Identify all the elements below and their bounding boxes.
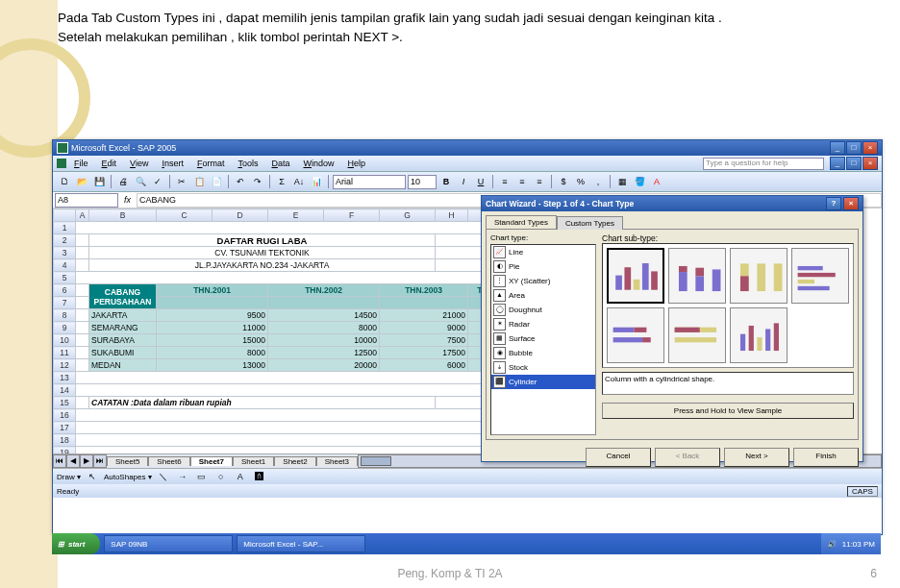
row-hdr[interactable]: 17 xyxy=(54,422,76,434)
list-item[interactable]: ✶Radar xyxy=(491,317,595,331)
finish-button[interactable]: Finish xyxy=(793,448,859,467)
sheet-tab[interactable]: Sheet5 xyxy=(107,456,148,466)
menu-window[interactable]: Window xyxy=(297,158,339,169)
tab-custom-types[interactable]: Custom Types xyxy=(557,216,623,230)
subtype-5[interactable] xyxy=(607,307,664,363)
currency-icon[interactable]: $ xyxy=(556,174,571,189)
list-item[interactable]: ◐Pie xyxy=(491,259,595,274)
font-size[interactable]: 10 xyxy=(408,175,437,189)
rect-icon[interactable]: ▭ xyxy=(194,469,210,484)
list-item[interactable]: ▲Area xyxy=(491,288,595,303)
data-cell[interactable]: 14500 xyxy=(268,309,380,322)
percent-icon[interactable]: % xyxy=(573,174,588,189)
sheet-tab[interactable]: Sheet3 xyxy=(316,456,358,466)
col-hdr[interactable]: A xyxy=(76,209,89,222)
menu-format[interactable]: Format xyxy=(191,158,231,169)
subtype-6[interactable] xyxy=(668,307,726,363)
new-icon[interactable]: 🗋 xyxy=(57,174,72,189)
wordart-icon[interactable]: 🅰 xyxy=(252,469,267,484)
data-cell[interactable]: SUKABUMI xyxy=(89,347,157,359)
sum-icon[interactable]: Σ xyxy=(274,174,289,189)
underline-icon[interactable]: U xyxy=(473,174,488,189)
border-icon[interactable]: ▦ xyxy=(614,174,630,189)
data-cell[interactable]: 21000 xyxy=(380,309,468,322)
col-hdr[interactable]: F xyxy=(324,209,380,222)
menu-help[interactable]: Help xyxy=(342,158,372,169)
textbox-icon[interactable]: A xyxy=(233,469,248,484)
doc-minimize[interactable]: _ xyxy=(830,157,845,170)
list-item[interactable]: ⋮XY (Scatter) xyxy=(491,274,595,288)
list-item[interactable]: ▦Surface xyxy=(491,331,595,346)
row-hdr[interactable]: 12 xyxy=(54,359,76,372)
data-cell[interactable]: MEDAN xyxy=(89,359,157,372)
sheet-tab-active[interactable]: Sheet7 xyxy=(190,456,233,466)
row-hdr[interactable]: 9 xyxy=(54,322,76,334)
draw-menu[interactable]: Draw ▾ xyxy=(57,473,81,481)
save-icon[interactable]: 💾 xyxy=(91,174,107,189)
taskbar-item[interactable]: SAP 09NB xyxy=(104,535,233,552)
row-hdr[interactable]: 8 xyxy=(54,309,76,322)
data-cell[interactable]: 13000 xyxy=(157,359,268,372)
row-hdr[interactable]: 19 xyxy=(54,447,76,454)
list-item[interactable]: ⫰Stock xyxy=(491,360,595,375)
cut-icon[interactable]: ✂ xyxy=(174,174,189,189)
row-hdr[interactable]: 15 xyxy=(54,397,76,409)
data-cell[interactable]: 10000 xyxy=(268,334,380,347)
col-hdr[interactable]: D xyxy=(212,209,268,222)
start-button[interactable]: ⊞ start xyxy=(52,533,100,554)
data-cell[interactable]: 9500 xyxy=(157,309,268,322)
subtype-1[interactable] xyxy=(607,248,664,304)
row-hdr[interactable]: 10 xyxy=(54,334,76,347)
comma-icon[interactable]: , xyxy=(590,174,606,189)
cancel-button[interactable]: Cancel xyxy=(586,448,651,467)
subtype-4[interactable] xyxy=(791,248,849,304)
dialog-close-button[interactable]: × xyxy=(843,197,859,210)
tray-icon[interactable]: 🔊 xyxy=(827,540,837,549)
list-item[interactable]: ◉Bubble xyxy=(491,346,595,360)
tab-nav-next[interactable]: ▶ xyxy=(80,454,93,468)
data-cell[interactable]: 8000 xyxy=(157,347,268,359)
line-icon[interactable]: ＼ xyxy=(156,469,171,484)
list-item[interactable]: 📈Line xyxy=(491,245,595,259)
row-hdr[interactable]: 18 xyxy=(54,434,76,447)
data-cell[interactable]: SURABAYA xyxy=(89,334,157,347)
col-hdr[interactable]: E xyxy=(268,209,324,222)
data-cell[interactable]: 15000 xyxy=(157,334,268,347)
tab-nav-prev[interactable]: ◀ xyxy=(66,454,80,468)
bold-icon[interactable]: B xyxy=(438,174,454,189)
name-box[interactable]: A8 xyxy=(55,193,118,208)
menu-insert[interactable]: Insert xyxy=(156,158,189,169)
list-item[interactable]: ◯Doughnut xyxy=(491,303,595,317)
doc-restore[interactable]: □ xyxy=(846,157,862,170)
col-hdr[interactable]: G xyxy=(380,209,436,222)
data-cell[interactable]: 7500 xyxy=(380,334,468,347)
menu-file[interactable]: File xyxy=(68,158,94,169)
copy-icon[interactable]: 📋 xyxy=(191,174,207,189)
align-right-icon[interactable]: ≡ xyxy=(532,174,547,189)
oval-icon[interactable]: ○ xyxy=(213,469,229,484)
select-icon[interactable]: ↖ xyxy=(85,469,100,484)
data-cell[interactable]: 20000 xyxy=(268,359,380,372)
row-hdr[interactable]: 16 xyxy=(54,409,76,422)
subtype-7[interactable] xyxy=(730,307,788,363)
minimize-button[interactable]: _ xyxy=(830,141,845,155)
tab-standard-types[interactable]: Standard Types xyxy=(486,215,557,229)
row-hdr[interactable]: 7 xyxy=(54,297,76,309)
back-button[interactable]: < Back xyxy=(655,448,720,467)
col-hdr[interactable]: C xyxy=(157,209,212,222)
chart-type-list[interactable]: 📈Line ◐Pie ⋮XY (Scatter) ▲Area ◯Doughnut… xyxy=(490,244,596,435)
data-cell[interactable]: 11000 xyxy=(157,322,268,334)
undo-icon[interactable]: ↶ xyxy=(233,174,248,189)
data-cell[interactable]: 6000 xyxy=(380,359,468,372)
data-cell[interactable]: 17500 xyxy=(380,347,468,359)
menu-data[interactable]: Data xyxy=(265,158,295,169)
data-cell[interactable]: SEMARANG xyxy=(89,322,157,334)
data-cell[interactable]: 9000 xyxy=(380,322,468,334)
tab-nav-last[interactable]: ⏭ xyxy=(93,454,107,468)
taskbar-item[interactable]: Microsoft Excel - SAP... xyxy=(237,535,365,552)
help-search[interactable]: Type a question for help xyxy=(703,158,824,170)
col-hdr[interactable]: H xyxy=(436,209,468,222)
sort-asc-icon[interactable]: A↓ xyxy=(291,174,307,189)
data-cell[interactable]: 12500 xyxy=(268,347,380,359)
menu-view[interactable]: View xyxy=(124,158,154,169)
